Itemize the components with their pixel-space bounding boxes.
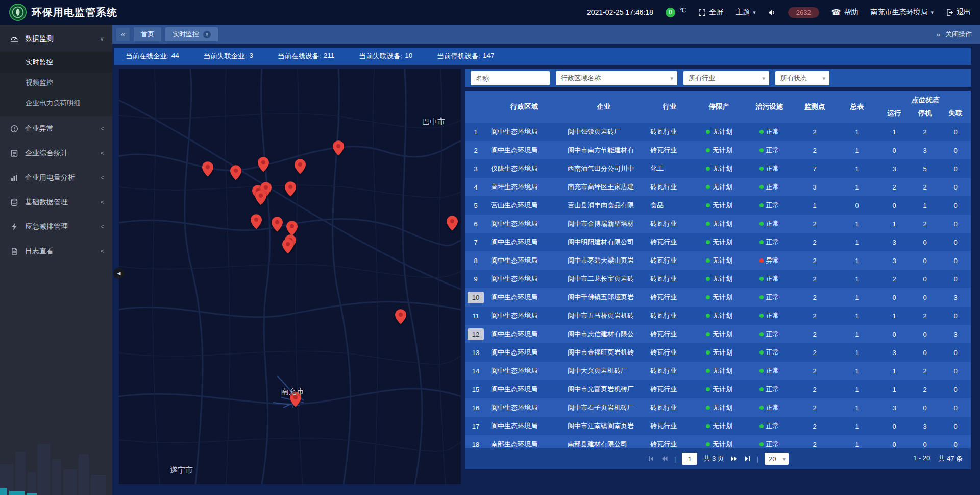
map-city-label-0: 巴中市: [422, 116, 445, 126]
table-row-12[interactable]: 12阆中生态环境局阆中市忠信建材有限公砖瓦行业无计划正常21003: [465, 325, 971, 343]
fullscreen-icon: [698, 9, 706, 16]
first-page-button[interactable]: [648, 455, 655, 462]
table-row-5[interactable]: 5营山生态环境局营山县润丰肉食品有限食品无计划正常10010: [465, 196, 971, 215]
table-row-4[interactable]: 4高坪生态环境局南充市高坪区王家店建砖瓦行业无计划正常31220: [465, 178, 971, 196]
table-row-17[interactable]: 17阆中生态环境局阆中市江南镇阆南页岩砖瓦行业无计划正常21030: [465, 417, 971, 435]
map-pin-3[interactable]: [295, 159, 306, 176]
status-filter-select[interactable]: 所有状态 ▾: [775, 71, 829, 85]
last-page-button[interactable]: [744, 455, 751, 462]
map[interactable]: 巴中市南充市遂宁市 ◀: [119, 69, 461, 484]
sidebar-item-3[interactable]: 企业用电量分析<: [0, 166, 112, 190]
sidebar-item-label: 企业综合统计: [25, 149, 101, 158]
page-size-select[interactable]: 20 ▾: [765, 453, 789, 465]
sidebar-item-1[interactable]: 企业异常<: [0, 116, 112, 141]
table-row-15[interactable]: 15阆中生态环境局阆中市光富页岩机砖厂砖瓦行业无计划正常21120: [465, 380, 971, 398]
map-pin-9[interactable]: [251, 214, 262, 231]
map-pin-4[interactable]: [333, 140, 344, 158]
sidebar-item-2[interactable]: 企业综合统计<: [0, 141, 112, 166]
prev-page-button[interactable]: [661, 455, 668, 462]
cell-row-number: 10: [465, 292, 486, 303]
map-pin-15[interactable]: [395, 309, 406, 326]
tabs-scroll-left-button[interactable]: «: [116, 28, 130, 41]
phone-icon: ☎: [831, 8, 841, 17]
map-pin-13[interactable]: [282, 239, 293, 256]
tab-0[interactable]: 首页: [134, 27, 161, 41]
table-row-3[interactable]: 3仪陇生态环境局西南油气田分公司川中化工无计划正常71350: [465, 159, 971, 178]
logout-button[interactable]: 退出: [946, 8, 971, 17]
close-operations-label: 关闭操作: [945, 30, 972, 39]
sidebar-item-4[interactable]: 基础数据管理<: [0, 190, 112, 215]
cell-row-number: 13: [465, 349, 486, 357]
stat-label: 当前在线企业:: [126, 52, 169, 61]
sidebar-item-0[interactable]: 数据监测∨: [0, 27, 112, 51]
table-row-6[interactable]: 6阆中生态环境局阆中市金博瑞新型墙材砖瓦行业无计划正常21120: [465, 215, 971, 233]
map-pin-0[interactable]: [202, 161, 213, 179]
table-row-16[interactable]: 16阆中生态环境局阆中市石子页岩机砖厂砖瓦行业无计划正常21300: [465, 398, 971, 417]
cell-facility-status: 正常: [744, 385, 794, 394]
fullscreen-label: 全屏: [709, 8, 723, 17]
org-dropdown[interactable]: 南充市生态环境局 ▾: [870, 8, 934, 17]
cell-stopped: 2: [910, 128, 940, 136]
fullscreen-button[interactable]: 全屏: [698, 8, 723, 17]
table-row-7[interactable]: 7阆中生态环境局阆中明阳建材有限公司砖瓦行业无计划正常21300: [465, 233, 971, 251]
map-collapse-handle[interactable]: ◀: [113, 268, 125, 279]
page-number-box[interactable]: 1: [682, 453, 697, 465]
name-filter-input[interactable]: [471, 71, 550, 85]
cell-running: 3: [879, 239, 910, 246]
cell-facility-status: 正常: [744, 274, 794, 284]
cell-limit-status: 无计划: [694, 403, 744, 412]
cell-facility-status: 正常: [744, 440, 794, 448]
table-row-10[interactable]: 10阆中生态环境局阆中千佛镇五郎垭页岩砖瓦行业无计划正常21003: [465, 288, 971, 307]
sidebar-subitem-0-2[interactable]: 企业电力负荷明细: [0, 93, 112, 113]
sidebar-subitem-0-1[interactable]: 视频监控: [0, 73, 112, 93]
theme-dropdown[interactable]: 主题 ▾: [736, 8, 756, 17]
tab-close-icon[interactable]: ×: [203, 31, 211, 38]
table-row-8[interactable]: 8阆中生态环境局阆中市枣碧大梁山页岩砖瓦行业无计划异常21300: [465, 251, 971, 270]
table-body: 1阆中生态环境局阆中强锐页岩砖厂砖瓦行业无计划正常211202阆中生态环境局阆中…: [465, 123, 971, 448]
table-row-2[interactable]: 2阆中生态环境局阆中市南方节能建材有砖瓦行业无计划正常21030: [465, 141, 971, 159]
map-pin-1[interactable]: [230, 165, 241, 182]
table-row-1[interactable]: 1阆中生态环境局阆中强锐页岩砖厂砖瓦行业无计划正常21120: [465, 123, 971, 141]
table-row-18[interactable]: 18南部生态环境局南部县建材有限公司砖瓦行业无计划正常21000: [465, 435, 971, 448]
cell-facility-status: 异常: [744, 256, 794, 265]
cell-industry: 砖瓦行业: [645, 256, 694, 265]
cell-limit-status: 无计划: [694, 311, 744, 320]
table-row-13[interactable]: 13阆中生态环境局阆中市金福旺页岩机砖砖瓦行业无计划正常21300: [465, 343, 971, 362]
map-roads-decoration: [119, 69, 461, 484]
status-dot: [760, 130, 764, 134]
map-pin-7[interactable]: [255, 190, 266, 207]
region-filter-select[interactable]: 行政区域名称 ▾: [556, 71, 677, 85]
tab-1[interactable]: 实时监控×: [165, 27, 218, 41]
table-row-9[interactable]: 9阆中生态环境局阆中市二龙长宝页岩砖砖瓦行业无计划正常21200: [465, 270, 971, 288]
notice-count-badge[interactable]: 2632: [788, 7, 819, 18]
row-number-highlight: 10: [468, 292, 484, 303]
close-operations-button[interactable]: » 关闭操作: [937, 30, 972, 39]
sidebar-subitem-0-0[interactable]: 实时监控: [0, 52, 112, 73]
table-row-11[interactable]: 11阆中生态环境局阆中市五马桥页岩机砖砖瓦行业无计划正常21120: [465, 307, 971, 325]
table-row-14[interactable]: 14阆中生态环境局阆中大兴页岩机砖厂砖瓦行业无计划正常21120: [465, 362, 971, 380]
next-page-button[interactable]: [730, 455, 738, 462]
cell-row-number: 5: [465, 202, 486, 209]
status-filter-value: 所有状态: [780, 74, 807, 83]
help-button[interactable]: ☎ 帮助: [831, 8, 859, 17]
cell-running: 3: [879, 165, 910, 173]
map-pin-2[interactable]: [258, 157, 269, 174]
map-pin-14[interactable]: [447, 216, 458, 233]
stat-value: 211: [324, 52, 335, 61]
database-icon: [10, 198, 19, 206]
stat-item-0: 当前在线企业:44: [126, 52, 179, 61]
sidebar-item-6[interactable]: 日志查看<: [0, 239, 112, 264]
cell-meters: 1: [835, 349, 879, 357]
speaker-icon[interactable]: [768, 9, 776, 16]
cell-industry: 砖瓦行业: [645, 329, 694, 339]
chevron-down-icon: ▾: [822, 75, 825, 82]
sidebar-item-5[interactable]: 应急减排管理<: [0, 215, 112, 239]
map-pin-10[interactable]: [272, 217, 283, 234]
industry-filter-select[interactable]: 所有行业 ▾: [683, 71, 769, 85]
cell-offline: 0: [940, 183, 971, 191]
map-pin-8[interactable]: [285, 181, 296, 199]
col-header-industry: 行业: [645, 102, 694, 111]
cell-limit-status: 无计划: [694, 164, 744, 173]
cell-meters: 1: [835, 147, 879, 154]
cell-stopped: 2: [910, 386, 940, 393]
